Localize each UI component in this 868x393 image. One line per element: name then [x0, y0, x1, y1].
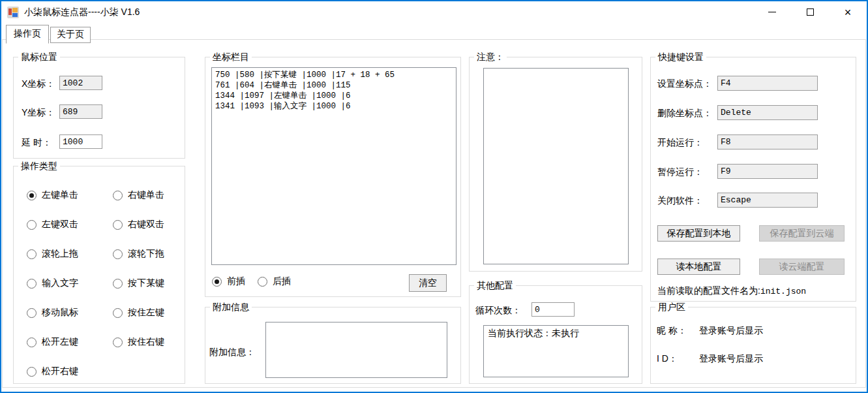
- loop-count-label: 循环次数：: [475, 305, 521, 317]
- hotkey-delete-point-label: 删除坐标点：: [657, 108, 712, 119]
- radio-left-double-click[interactable]: 左键双击: [27, 215, 113, 234]
- radio-label: 松开右键: [42, 366, 78, 377]
- notice-textbox[interactable]: [483, 68, 629, 264]
- radio-label: 前插: [227, 275, 245, 287]
- radio-right-double-click[interactable]: 右键双击: [113, 215, 164, 234]
- radio-scroll-up[interactable]: 滚轮上拖: [27, 245, 113, 263]
- group-user-area: 用户区 昵 称： 登录账号后显示 I D： 登录账号后显示: [650, 307, 856, 384]
- hotkey-set-point-field[interactable]: [717, 76, 818, 91]
- hotkey-close-app-label: 关闭软件：: [657, 195, 703, 207]
- insert-mode-options: 前插 后插: [212, 275, 291, 287]
- delay-label: 延 时：: [22, 137, 52, 149]
- extra-info-textbox[interactable]: [265, 322, 447, 378]
- save-config-cloud-button: 保存配置到云端: [759, 225, 845, 242]
- close-button[interactable]: ×: [829, 1, 867, 23]
- radio-icon: [113, 249, 123, 259]
- y-coordinate-field[interactable]: [59, 104, 102, 119]
- delay-field[interactable]: [59, 134, 102, 149]
- radio-label: 滚轮上拖: [42, 248, 78, 260]
- group-other-config-title: 其他配置: [474, 280, 516, 292]
- app-grid-icon: [7, 7, 19, 18]
- clear-button[interactable]: 清空: [409, 274, 447, 292]
- hotkey-start-run-label: 开始运行：: [657, 137, 703, 149]
- radio-left-click[interactable]: 左键单击: [27, 186, 113, 204]
- radio-label: 滚轮下拖: [128, 248, 164, 260]
- read-config-local-button[interactable]: 读本地配置: [657, 259, 740, 275]
- group-other-config: 其他配置 循环次数： 当前执行状态：未执行: [469, 285, 642, 384]
- coordinate-listbox[interactable]: 750 |580 |按下某键 |1000 |17 + 18 + 65 761 |…: [211, 67, 456, 265]
- radio-label: 左键单击: [42, 189, 78, 201]
- hotkey-close-app-field[interactable]: [717, 193, 818, 208]
- group-extra-info-title: 附加信息: [210, 302, 252, 313]
- execution-status-text: 当前执行状态：未执行: [488, 328, 579, 338]
- radio-label: 移动鼠标: [42, 307, 78, 319]
- hotkey-pause-run-field[interactable]: [717, 164, 818, 179]
- window-title: 小柒鼠标连点器----小柒 V1.6: [24, 7, 140, 18]
- config-file-name: init.json: [760, 287, 806, 296]
- group-extra-info: 附加信息 附加信息：: [205, 307, 461, 384]
- radio-icon: [27, 220, 37, 230]
- y-coordinate-label: Y坐标：: [22, 107, 55, 119]
- tab-about-page[interactable]: 关于页: [50, 27, 91, 43]
- radio-press-key[interactable]: 按下某键: [113, 274, 164, 292]
- extra-info-label: 附加信息：: [209, 347, 255, 358]
- radio-label: 输入文字: [42, 277, 78, 289]
- user-id-value: 登录账号后显示: [699, 353, 763, 365]
- radio-icon: [27, 249, 37, 259]
- nickname-value: 登录账号后显示: [699, 325, 763, 337]
- radio-icon: [113, 308, 123, 318]
- coordinate-list-item[interactable]: 761 |604 |右键单击 |1000 |115: [215, 80, 453, 91]
- radio-input-text[interactable]: 输入文字: [27, 274, 113, 292]
- group-notice: 注意：: [469, 57, 642, 272]
- maximize-button[interactable]: [791, 1, 829, 23]
- radio-label: 按住右键: [128, 336, 164, 348]
- radio-icon: [113, 220, 123, 230]
- window-maximize-icon: [807, 8, 814, 16]
- radio-icon: [113, 191, 123, 200]
- radio-hold-right[interactable]: 按住右键: [113, 333, 164, 351]
- user-id-label: I D：: [657, 353, 678, 365]
- radio-icon: [27, 367, 37, 377]
- tab-operation-page[interactable]: 操作页: [6, 25, 49, 44]
- radio-label: 右键单击: [128, 189, 164, 201]
- radio-insert-back[interactable]: 后插: [258, 275, 291, 287]
- radio-release-right[interactable]: 松开右键: [27, 362, 113, 381]
- radio-label: 左键双击: [42, 219, 78, 230]
- radio-insert-front[interactable]: 前插: [212, 275, 245, 287]
- hotkey-set-point-label: 设置坐标点：: [657, 78, 712, 90]
- window-minimize-icon: [768, 12, 776, 12]
- radio-label: 按住左键: [128, 307, 164, 319]
- save-config-local-button[interactable]: 保存配置到本地: [657, 225, 740, 242]
- hotkey-pause-run-label: 暂停运行：: [657, 166, 703, 178]
- coordinate-list-item[interactable]: 1344 |1097 |左键单击 |1000 |6: [215, 91, 453, 101]
- radio-label: 右键双击: [128, 219, 164, 230]
- hotkey-delete-point-field[interactable]: [717, 105, 818, 120]
- minimize-button[interactable]: [753, 1, 791, 23]
- radio-move-mouse[interactable]: 移动鼠标: [27, 304, 113, 322]
- group-mouse-position: 鼠标位置 X坐标： Y坐标： 延 时：: [13, 57, 185, 159]
- radio-scroll-down[interactable]: 滚轮下拖: [113, 245, 164, 263]
- radio-release-left[interactable]: 松开左键: [27, 333, 113, 351]
- radio-icon: [212, 277, 222, 287]
- radio-label: 松开左键: [42, 336, 78, 348]
- window-close-icon: ×: [845, 7, 852, 18]
- coordinate-list-item[interactable]: 750 |580 |按下某键 |1000 |17 + 18 + 65: [215, 70, 453, 80]
- radio-hold-left[interactable]: 按住左键: [113, 304, 164, 322]
- execution-status-box: 当前执行状态：未执行: [483, 325, 629, 377]
- x-coordinate-label: X坐标：: [22, 78, 55, 90]
- config-file-label: 当前读取的配置文件名为:: [657, 285, 760, 296]
- loop-count-field[interactable]: [531, 302, 575, 317]
- radio-right-click[interactable]: 右键单击: [113, 186, 164, 204]
- coordinate-list-item[interactable]: 1341 |1093 |输入文字 |1000 |6: [215, 101, 453, 112]
- x-coordinate-field[interactable]: [59, 76, 102, 90]
- title-bar: 小柒鼠标连点器----小柒 V1.6 ×: [1, 1, 867, 23]
- config-file-line: 当前读取的配置文件名为:init.json: [657, 285, 806, 297]
- radio-label: 按下某键: [128, 277, 164, 289]
- hotkey-start-run-field[interactable]: [717, 134, 818, 149]
- tab-strip: 操作页 关于页: [6, 25, 92, 43]
- radio-icon: [27, 279, 37, 289]
- group-operation-type: 操作类型 左键单击 右键单击 左键双击 右键双击 滚轮上拖 滚轮下拖 输入文字 …: [13, 166, 185, 384]
- radio-icon: [27, 338, 37, 347]
- nickname-label: 昵 称：: [657, 325, 687, 337]
- group-coordinate-list: 坐标栏目 750 |580 |按下某键 |1000 |17 + 18 + 65 …: [205, 57, 461, 297]
